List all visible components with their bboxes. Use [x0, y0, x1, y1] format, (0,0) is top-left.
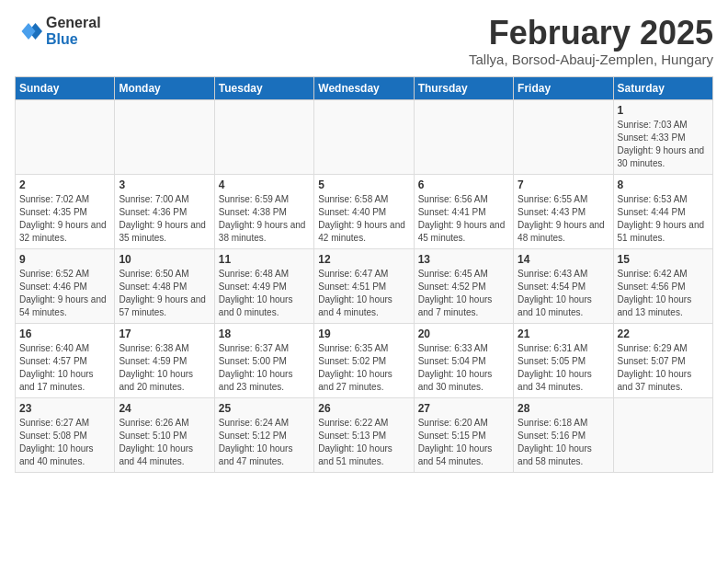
calendar-cell: 24Sunrise: 6:26 AM Sunset: 5:10 PM Dayli… [115, 397, 214, 472]
day-info: Sunrise: 6:40 AM Sunset: 4:57 PM Dayligh… [19, 342, 110, 394]
calendar-cell: 23Sunrise: 6:27 AM Sunset: 5:08 PM Dayli… [16, 397, 115, 472]
logo: General Blue [15, 15, 101, 47]
page-header: General Blue February 2025 Tallya, Borso… [15, 15, 713, 67]
day-number: 24 [119, 402, 210, 415]
day-number: 23 [19, 402, 110, 415]
day-info: Sunrise: 6:20 AM Sunset: 5:15 PM Dayligh… [418, 417, 509, 468]
day-number: 16 [19, 327, 110, 340]
day-number: 18 [219, 327, 310, 340]
day-number: 17 [119, 327, 210, 340]
day-number: 5 [318, 178, 409, 191]
day-info: Sunrise: 6:27 AM Sunset: 5:08 PM Dayligh… [19, 417, 110, 468]
day-info: Sunrise: 6:52 AM Sunset: 4:46 PM Dayligh… [19, 268, 110, 319]
calendar-cell: 13Sunrise: 6:45 AM Sunset: 4:52 PM Dayli… [414, 248, 513, 323]
day-number: 11 [219, 253, 310, 266]
calendar-cell: 17Sunrise: 6:38 AM Sunset: 4:59 PM Dayli… [115, 323, 214, 397]
calendar-cell: 22Sunrise: 6:29 AM Sunset: 5:07 PM Dayli… [613, 323, 712, 397]
day-info: Sunrise: 6:26 AM Sunset: 5:10 PM Dayligh… [119, 417, 210, 468]
day-info: Sunrise: 6:37 AM Sunset: 5:00 PM Dayligh… [219, 342, 310, 394]
logo-blue-text: Blue [46, 31, 101, 48]
day-info: Sunrise: 6:31 AM Sunset: 5:05 PM Dayligh… [518, 342, 609, 394]
calendar-week-3: 16Sunrise: 6:40 AM Sunset: 4:57 PM Dayli… [16, 323, 713, 397]
day-info: Sunrise: 6:29 AM Sunset: 5:07 PM Dayligh… [618, 342, 709, 394]
calendar-cell [115, 99, 214, 174]
day-number: 6 [418, 178, 509, 191]
calendar-cell: 7Sunrise: 6:55 AM Sunset: 4:43 PM Daylig… [514, 174, 613, 248]
header-sunday: Sunday [16, 76, 115, 99]
day-info: Sunrise: 6:43 AM Sunset: 4:54 PM Dayligh… [518, 268, 609, 319]
day-info: Sunrise: 7:02 AM Sunset: 4:35 PM Dayligh… [19, 193, 110, 245]
calendar-week-2: 9Sunrise: 6:52 AM Sunset: 4:46 PM Daylig… [16, 248, 713, 323]
calendar-cell: 15Sunrise: 6:42 AM Sunset: 4:56 PM Dayli… [613, 248, 712, 323]
day-info: Sunrise: 6:38 AM Sunset: 4:59 PM Dayligh… [119, 342, 210, 394]
calendar-cell: 10Sunrise: 6:50 AM Sunset: 4:48 PM Dayli… [115, 248, 214, 323]
day-info: Sunrise: 6:48 AM Sunset: 4:49 PM Dayligh… [219, 268, 310, 319]
location-title: Tallya, Borsod-Abauj-Zemplen, Hungary [469, 52, 713, 67]
day-info: Sunrise: 6:45 AM Sunset: 4:52 PM Dayligh… [418, 268, 509, 319]
header-thursday: Thursday [414, 76, 513, 99]
calendar-cell [514, 99, 613, 174]
day-number: 27 [418, 402, 509, 415]
calendar-cell: 28Sunrise: 6:18 AM Sunset: 5:16 PM Dayli… [514, 397, 613, 472]
calendar-cell: 1Sunrise: 7:03 AM Sunset: 4:33 PM Daylig… [613, 99, 712, 174]
header-tuesday: Tuesday [214, 76, 313, 99]
calendar-cell: 8Sunrise: 6:53 AM Sunset: 4:44 PM Daylig… [613, 174, 712, 248]
logo-general-text: General [46, 15, 101, 31]
calendar-cell: 14Sunrise: 6:43 AM Sunset: 4:54 PM Dayli… [514, 248, 613, 323]
header-friday: Friday [514, 76, 613, 99]
calendar-cell: 9Sunrise: 6:52 AM Sunset: 4:46 PM Daylig… [16, 248, 115, 323]
day-info: Sunrise: 6:24 AM Sunset: 5:12 PM Dayligh… [219, 417, 310, 468]
day-number: 2 [19, 178, 110, 191]
calendar-cell: 26Sunrise: 6:22 AM Sunset: 5:13 PM Dayli… [314, 397, 414, 472]
day-info: Sunrise: 7:00 AM Sunset: 4:36 PM Dayligh… [119, 193, 210, 245]
calendar-week-4: 23Sunrise: 6:27 AM Sunset: 5:08 PM Dayli… [16, 397, 713, 472]
calendar-cell: 5Sunrise: 6:58 AM Sunset: 4:40 PM Daylig… [314, 174, 414, 248]
calendar-cell: 3Sunrise: 7:00 AM Sunset: 4:36 PM Daylig… [115, 174, 214, 248]
day-info: Sunrise: 6:58 AM Sunset: 4:40 PM Dayligh… [318, 193, 409, 245]
calendar-header-row: SundayMondayTuesdayWednesdayThursdayFrid… [16, 76, 713, 99]
title-block: February 2025 Tallya, Borsod-Abauj-Zempl… [469, 15, 713, 67]
month-title: February 2025 [469, 15, 713, 52]
header-monday: Monday [115, 76, 214, 99]
day-info: Sunrise: 6:59 AM Sunset: 4:38 PM Dayligh… [219, 193, 310, 245]
day-info: Sunrise: 6:35 AM Sunset: 5:02 PM Dayligh… [318, 342, 409, 394]
calendar-cell [214, 99, 313, 174]
calendar-cell: 4Sunrise: 6:59 AM Sunset: 4:38 PM Daylig… [214, 174, 313, 248]
calendar-cell: 2Sunrise: 7:02 AM Sunset: 4:35 PM Daylig… [16, 174, 115, 248]
day-number: 15 [618, 253, 709, 266]
day-info: Sunrise: 6:50 AM Sunset: 4:48 PM Dayligh… [119, 268, 210, 319]
day-number: 3 [119, 178, 210, 191]
header-wednesday: Wednesday [314, 76, 414, 99]
day-number: 26 [318, 402, 409, 415]
day-number: 28 [518, 402, 609, 415]
logo-icon [15, 17, 42, 45]
day-info: Sunrise: 6:22 AM Sunset: 5:13 PM Dayligh… [318, 417, 409, 468]
calendar-cell [314, 99, 414, 174]
calendar-cell: 19Sunrise: 6:35 AM Sunset: 5:02 PM Dayli… [314, 323, 414, 397]
calendar-cell [613, 397, 712, 472]
day-number: 1 [618, 104, 709, 117]
day-info: Sunrise: 6:33 AM Sunset: 5:04 PM Dayligh… [418, 342, 509, 394]
day-number: 20 [418, 327, 509, 340]
calendar-cell: 6Sunrise: 6:56 AM Sunset: 4:41 PM Daylig… [414, 174, 513, 248]
day-number: 4 [219, 178, 310, 191]
day-info: Sunrise: 6:18 AM Sunset: 5:16 PM Dayligh… [518, 417, 609, 468]
calendar-cell: 18Sunrise: 6:37 AM Sunset: 5:00 PM Dayli… [214, 323, 313, 397]
day-number: 13 [418, 253, 509, 266]
day-number: 8 [618, 178, 709, 191]
calendar-cell [414, 99, 513, 174]
day-info: Sunrise: 6:55 AM Sunset: 4:43 PM Dayligh… [518, 193, 609, 245]
calendar-cell: 27Sunrise: 6:20 AM Sunset: 5:15 PM Dayli… [414, 397, 513, 472]
day-number: 7 [518, 178, 609, 191]
day-number: 12 [318, 253, 409, 266]
calendar-cell: 11Sunrise: 6:48 AM Sunset: 4:49 PM Dayli… [214, 248, 313, 323]
day-number: 25 [219, 402, 310, 415]
calendar-week-0: 1Sunrise: 7:03 AM Sunset: 4:33 PM Daylig… [16, 99, 713, 174]
day-number: 10 [119, 253, 210, 266]
day-info: Sunrise: 6:47 AM Sunset: 4:51 PM Dayligh… [318, 268, 409, 319]
calendar-week-1: 2Sunrise: 7:02 AM Sunset: 4:35 PM Daylig… [16, 174, 713, 248]
day-info: Sunrise: 6:53 AM Sunset: 4:44 PM Dayligh… [618, 193, 709, 245]
day-number: 14 [518, 253, 609, 266]
calendar-cell: 20Sunrise: 6:33 AM Sunset: 5:04 PM Dayli… [414, 323, 513, 397]
day-number: 22 [618, 327, 709, 340]
